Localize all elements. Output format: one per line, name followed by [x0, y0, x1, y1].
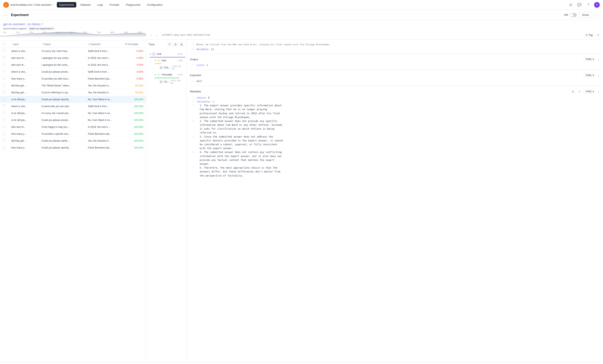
table-row[interactable]: did they get ... The "World Series" refe… — [0, 82, 146, 89]
nav-item-configuration[interactable]: Configuration — [144, 2, 165, 8]
nav-item-playgrounds[interactable]: Playgrounds — [123, 2, 143, 8]
row-expected: Paolo Banchero pla... — [85, 75, 123, 82]
expected-expand[interactable]: ⌄ — [597, 74, 600, 77]
meta-line-6b: information with the expert answer, but … — [190, 154, 600, 158]
table-row[interactable]: is he still pla... Could you please prov… — [0, 117, 146, 124]
row-checkbox[interactable] — [0, 124, 9, 130]
expected-yaml-selector[interactable]: YAML ▾ — [583, 73, 596, 77]
book-icon[interactable]: ⊟ — [567, 2, 574, 8]
nav-item-prompts[interactable]: Prompts — [107, 2, 122, 8]
meta-line-6d: answer. — [190, 162, 600, 166]
table-row[interactable]: where is she... It seems like you are as… — [0, 103, 146, 110]
expected-line-1: 1 null — [190, 79, 600, 83]
layout-icon[interactable]: ⊞ — [179, 42, 184, 47]
row-checkbox[interactable] — [0, 130, 9, 137]
output-yaml-selector[interactable]: YAML ▾ — [583, 57, 596, 61]
output-expand[interactable]: ⌄ — [597, 58, 600, 61]
chat-icon[interactable]: 💬 — [576, 2, 583, 8]
row-checkbox[interactable] — [0, 110, 9, 117]
diff-switch[interactable] — [569, 13, 577, 17]
meta-line-3c: professional hockey and retired in 2019 … — [190, 112, 600, 116]
trace-chat2-header[interactable]: 💬 Ch... 4.07s, 614 tok — [158, 79, 184, 85]
select-exp-chevron: ▾ — [52, 27, 54, 30]
row-checkbox[interactable] — [0, 117, 9, 124]
row-factuality: 100.00% — [123, 117, 146, 124]
table-row[interactable]: is he still pla... I'm sorry, but I woul… — [0, 110, 146, 117]
trace-chat1-header[interactable]: 💬 Cha... 1.06s, 59 tok — [158, 64, 184, 71]
panel-nav-down[interactable]: ↓ — [154, 33, 159, 37]
help-icon[interactable]: ? — [585, 2, 592, 8]
row-checkbox[interactable] — [0, 75, 9, 82]
row-checkbox[interactable] — [0, 96, 9, 103]
row-factuality: 100.00% — [123, 124, 146, 130]
row-input: how many y... — [9, 144, 39, 151]
row-factuality: 100.00% — [123, 110, 146, 117]
row-output: Could you please provid... — [39, 117, 85, 124]
table-row[interactable]: how many y... To provide a specific ans.… — [0, 130, 146, 137]
more-button[interactable]: ⋯ — [594, 12, 600, 18]
metadata-yaml-label: YAML — [585, 90, 592, 93]
table-row[interactable]: is he still pla... Could you please spec… — [0, 96, 146, 103]
th-input[interactable]: ↑ Input — [9, 41, 39, 48]
footer: BRAINTRUST Docs Pricing Blog Careers Cha… — [0, 362, 603, 364]
table-row[interactable]: how many y... To provide you with accu..… — [0, 75, 146, 82]
trace-item-factuality: ▾ ✓ Factuality 4.07s 💬 Ch... 4.07s, — [153, 72, 184, 85]
row-checkbox[interactable] — [0, 61, 9, 68]
th-factuality[interactable]: % Factuality — [123, 41, 146, 48]
select-experiment[interactable]: select an experiment ▾ — [28, 27, 55, 31]
th-checkbox[interactable] — [0, 41, 9, 48]
select-exp-label: select an experiment — [29, 27, 52, 30]
table-row[interactable]: did they get ... Could you please clarif… — [0, 137, 146, 144]
tag-button[interactable]: 🏷 Tag — [584, 33, 594, 37]
nav-brand[interactable]: braintrustdata.com / Chat assistant ▾ — [11, 3, 54, 6]
settings-icon[interactable]: ⚙ — [173, 42, 178, 47]
row-expected: In 2018, the men's ... — [85, 55, 123, 61]
clock-icon[interactable]: ⏱ — [167, 42, 172, 47]
nav-item-datasets[interactable]: Datasets — [78, 2, 93, 8]
table-row[interactable]: who won th... I apologize for the confu.… — [0, 61, 146, 68]
table-row[interactable]: who won th... I apologize for any confu.… — [0, 55, 146, 61]
output-title: Output — [190, 58, 198, 61]
table-row[interactable]: where is she... Could you please provid.… — [0, 68, 146, 75]
metadata-expand[interactable]: ⌄ — [597, 90, 600, 93]
output-code-area: 1 score: 1 — [190, 63, 600, 67]
row-checkbox[interactable] — [0, 144, 9, 151]
meta-line-4: 4 2. The submitted answer does not provi… — [190, 119, 600, 123]
table-row[interactable]: who won th... I'd be happy to help you .… — [0, 124, 146, 130]
trace-sidebar: Trace ⏱ ⚙ ⊞ ▾ ⚡ eval 5.13s — [146, 40, 187, 362]
back-button[interactable]: ← — [3, 12, 9, 18]
th-expected[interactable]: = Expected — [85, 41, 123, 48]
trace-task-header[interactable]: ▾ ● task 1.06s — [153, 58, 184, 63]
trace-factuality-header[interactable]: ▾ ✓ Factuality 4.07s — [153, 72, 184, 77]
panel-nav-up[interactable]: ↑ — [149, 33, 153, 37]
row-checkbox[interactable] — [0, 82, 9, 89]
table-row[interactable]: how many y... Could you please specify..… — [0, 144, 146, 151]
experiment-name[interactable]: gpt-4o assistant - no history ▾ — [3, 22, 600, 26]
nav-item-logs[interactable]: Logs — [95, 2, 105, 8]
row-expected: Yes, the Houston A... — [85, 82, 123, 89]
table-row[interactable]: did they get ... If you're referring to … — [0, 89, 146, 96]
row-checkbox[interactable] — [0, 55, 9, 61]
metadata-copy-icon[interactable]: ⎘ — [577, 89, 582, 94]
subheader: ← Experiment Diff Share ⋯ — [0, 10, 603, 20]
row-checkbox[interactable] — [0, 48, 9, 55]
row-output: It seems like you are aski... — [39, 103, 85, 110]
panel-close-button[interactable]: × — [596, 33, 601, 37]
trace-eval-header[interactable]: ▾ ⚡ eval 5.13s — [149, 51, 184, 57]
main-layout: 0% 10% 20% 30% 40% 50% 60% 70% 80% 90% 1… — [0, 31, 603, 362]
row-input: is he still pla... — [9, 96, 39, 103]
metadata-yaml-selector[interactable]: YAML ▾ — [583, 90, 596, 94]
row-checkbox[interactable] — [0, 68, 9, 75]
nav-item-experiments[interactable]: Experiments — [57, 2, 76, 8]
meta-line-4c: it asks for clarification on which athle… — [190, 127, 600, 131]
row-checkbox[interactable] — [0, 137, 9, 144]
user-avatar[interactable]: T — [594, 2, 600, 8]
row-checkbox[interactable] — [0, 103, 9, 110]
select-all-checkbox[interactable] — [2, 42, 5, 45]
table-row[interactable]: where is she... I'm sorry, but I don't h… — [0, 48, 146, 55]
th-output[interactable]: ↑ Output — [39, 41, 85, 48]
share-button[interactable]: Share — [579, 12, 592, 18]
metadata-expand-icon[interactable]: ⊞ — [570, 89, 575, 94]
row-checkbox[interactable] — [0, 89, 9, 96]
row-factuality: 100.00% — [123, 96, 146, 103]
